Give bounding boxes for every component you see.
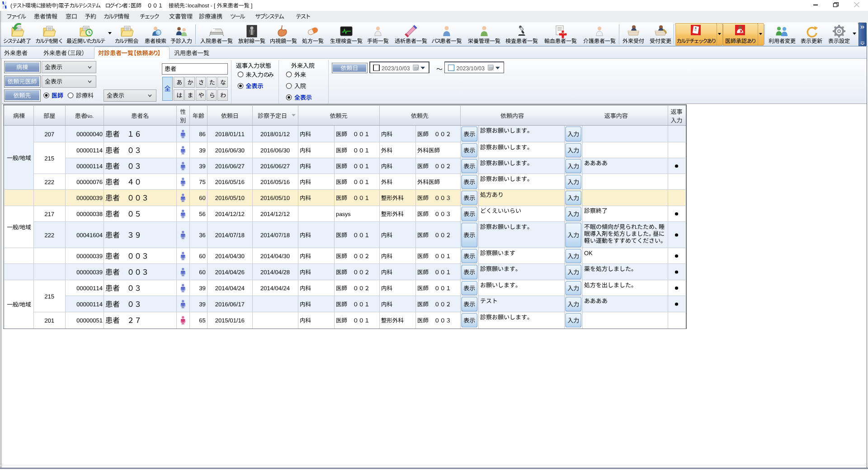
svg-text:LN: LN	[562, 32, 565, 34]
